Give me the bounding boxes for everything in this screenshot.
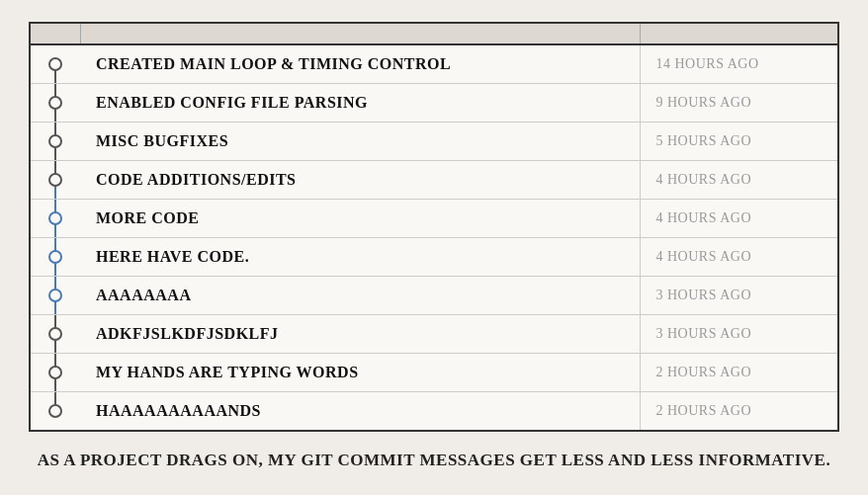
commit-table: CREATED MAIN LOOP & TIMING CONTROL14 HOU… — [31, 24, 837, 430]
table-row: CODE ADDITIONS/EDITS4 HOURS AGO — [31, 161, 837, 200]
table-row: MISC BUGFIXES5 HOURS AGO — [31, 123, 837, 161]
table-row: CREATED MAIN LOOP & TIMING CONTROL14 HOU… — [31, 44, 837, 84]
dot-cell — [31, 161, 80, 200]
comment-cell: CODE ADDITIONS/EDITS — [80, 161, 640, 200]
table-row: MORE CODE4 HOURS AGO — [31, 200, 837, 238]
date-cell: 9 HOURS AGO — [640, 84, 837, 123]
table-row: MY HANDS ARE TYPING WORDS2 HOURS AGO — [31, 354, 837, 392]
dot-cell — [31, 84, 80, 123]
date-cell: 4 HOURS AGO — [640, 238, 837, 277]
comment-cell: AAAAAAAA — [80, 277, 640, 315]
dot-cell — [31, 277, 80, 315]
caption-text: AS A PROJECT DRAGS ON, MY GIT COMMIT MES… — [38, 448, 830, 473]
dot-cell — [31, 123, 80, 161]
table-row: HERE HAVE CODE.4 HOURS AGO — [31, 238, 837, 277]
dot-cell — [31, 44, 80, 84]
comment-cell: ADKFJSLKDFJSDKLFJ — [80, 315, 640, 354]
col-header-icon — [31, 24, 80, 44]
col-header-date — [640, 24, 837, 44]
commit-table-wrapper: CREATED MAIN LOOP & TIMING CONTROL14 HOU… — [29, 22, 839, 432]
comment-cell: HERE HAVE CODE. — [80, 238, 640, 277]
dot-cell — [31, 392, 80, 431]
comment-cell: HAAAAAAAAAANDS — [80, 392, 640, 431]
dot-cell — [31, 200, 80, 238]
date-cell: 3 HOURS AGO — [640, 277, 837, 315]
date-cell: 14 HOURS AGO — [640, 44, 837, 84]
comment-cell: ENABLED CONFIG FILE PARSING — [80, 84, 640, 123]
comment-cell: MY HANDS ARE TYPING WORDS — [80, 354, 640, 392]
date-cell: 4 HOURS AGO — [640, 161, 837, 200]
date-cell: 2 HOURS AGO — [640, 354, 837, 392]
date-cell: 4 HOURS AGO — [640, 200, 837, 238]
table-row: AAAAAAAA3 HOURS AGO — [31, 277, 837, 315]
dot-cell — [31, 315, 80, 354]
table-row: ADKFJSLKDFJSDKLFJ3 HOURS AGO — [31, 315, 837, 354]
table-row: ENABLED CONFIG FILE PARSING9 HOURS AGO — [31, 84, 837, 123]
date-cell: 5 HOURS AGO — [640, 123, 837, 161]
comment-cell: MORE CODE — [80, 200, 640, 238]
main-container: CREATED MAIN LOOP & TIMING CONTROL14 HOU… — [0, 0, 868, 495]
comment-cell: CREATED MAIN LOOP & TIMING CONTROL — [80, 44, 640, 84]
date-cell: 3 HOURS AGO — [640, 315, 837, 354]
dot-cell — [31, 238, 80, 277]
col-header-comment — [80, 24, 640, 44]
date-cell: 2 HOURS AGO — [640, 392, 837, 431]
dot-cell — [31, 354, 80, 392]
comment-cell: MISC BUGFIXES — [80, 123, 640, 161]
table-row: HAAAAAAAAAANDS2 HOURS AGO — [31, 392, 837, 431]
